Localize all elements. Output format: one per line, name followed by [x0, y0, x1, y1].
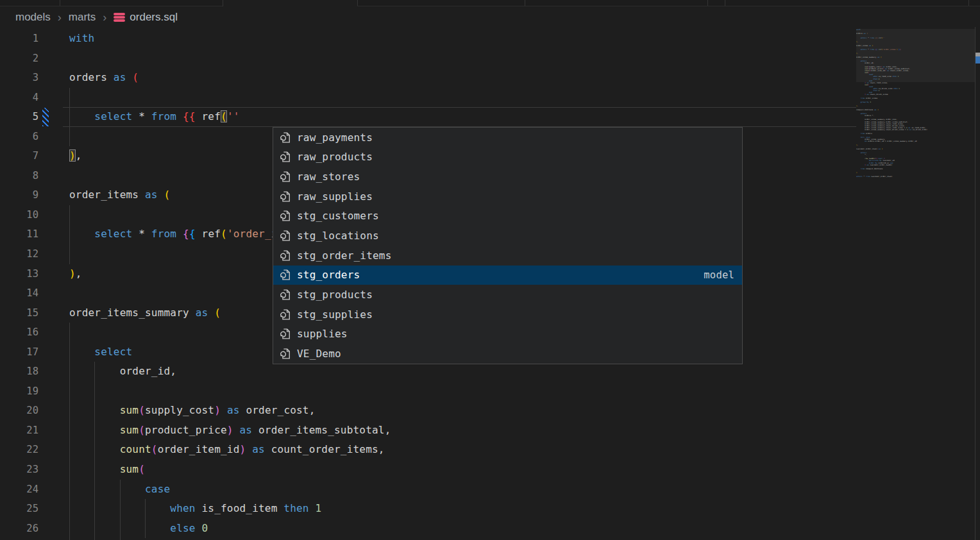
line-number[interactable]: 9	[0, 185, 38, 205]
code-line[interactable]: 5 select * from {{ ref(''	[0, 107, 856, 127]
line-number[interactable]: 14	[0, 283, 38, 303]
code-line[interactable]: 18 order_id,	[0, 362, 856, 382]
suggestion-item-VE_Demo[interactable]: VE_Demo	[273, 344, 742, 364]
suggestion-label: supplies	[297, 328, 348, 340]
code-text: sum(	[69, 460, 145, 480]
breadcrumb-item-models[interactable]: models	[15, 11, 51, 24]
overview-ruler[interactable]	[975, 27, 980, 540]
line-number[interactable]: 5	[0, 107, 38, 127]
suggestion-item-supplies[interactable]: supplies	[273, 325, 742, 344]
line-number[interactable]: 10	[0, 205, 38, 225]
suggestion-item-stg_order_items[interactable]: stg_order_items	[273, 246, 742, 266]
code-line[interactable]: 19	[0, 382, 856, 401]
indent-guide	[94, 382, 95, 401]
indent-guide	[69, 88, 70, 108]
line-number[interactable]: 11	[0, 224, 38, 244]
code-token: select	[94, 346, 132, 358]
suggestion-item-raw_products[interactable]: raw_products	[273, 148, 742, 167]
code-line[interactable]: 4	[0, 88, 856, 108]
suggestion-item-stg_locations[interactable]: stg_locations	[273, 226, 742, 246]
breadcrumb-item-file[interactable]: orders.sql	[114, 11, 178, 24]
code-text: order_id,	[69, 362, 176, 382]
suggestion-item-stg_customers[interactable]: stg_customers	[273, 207, 742, 226]
line-number[interactable]: 6	[0, 127, 38, 147]
code-token: ,	[76, 267, 82, 280]
line-number[interactable]: 19	[0, 382, 38, 401]
breadcrumb-item-marts[interactable]: marts	[69, 11, 96, 24]
code-token: )	[69, 149, 76, 162]
code-text: ),	[69, 264, 82, 284]
indent-guide	[69, 205, 70, 225]
line-number[interactable]: 17	[0, 342, 38, 362]
suggestion-item-raw_supplies[interactable]: raw_supplies	[273, 187, 742, 207]
reference-icon	[279, 269, 291, 281]
suggestion-item-raw_payments[interactable]: raw_payments	[273, 128, 742, 148]
line-number[interactable]: 2	[0, 49, 38, 69]
reference-icon	[279, 190, 291, 203]
suggestion-label: stg_orders	[297, 269, 360, 281]
code-line[interactable]: 20 sum(supply_cost) as order_cost,	[0, 401, 856, 421]
code-token: as	[114, 71, 126, 83]
line-number[interactable]: 16	[0, 323, 38, 342]
indent-guide	[69, 127, 70, 147]
tab-bar	[0, 0, 980, 6]
suggestion-item-stg_products[interactable]: stg_products	[273, 285, 742, 305]
code-line[interactable]: 23 sum(	[0, 460, 856, 480]
line-number[interactable]: 22	[0, 440, 38, 460]
code-line[interactable]: 3orders as (	[0, 68, 856, 88]
reference-icon	[279, 151, 291, 163]
code-token	[69, 483, 145, 495]
code-line[interactable]: 24 case	[0, 480, 856, 500]
line-number[interactable]: 20	[0, 401, 38, 421]
tabbar-bottom-border	[357, 6, 980, 6]
code-token: as	[252, 443, 265, 455]
gutter-modified-indicator[interactable]	[42, 108, 49, 126]
suggestion-label: stg_supplies	[297, 308, 373, 321]
code-line[interactable]: 1with	[0, 29, 856, 49]
code-token: (	[132, 71, 139, 83]
line-number[interactable]: 26	[0, 519, 38, 539]
minimap[interactable]: withorders as ( select * from {{ ref('')…	[856, 29, 976, 540]
code-token: as	[227, 404, 240, 416]
chevron-right-icon: ›	[103, 12, 106, 23]
tab-active[interactable]	[223, 0, 357, 6]
suggestion-label: stg_order_items	[297, 249, 392, 262]
code-line[interactable]: 21 sum(product_price) as order_items_sub…	[0, 421, 856, 441]
reference-icon	[279, 348, 291, 360]
suggestion-item-stg_supplies[interactable]: stg_supplies	[273, 305, 742, 325]
line-number[interactable]: 3	[0, 68, 38, 88]
code-token: count	[120, 443, 151, 455]
code-line[interactable]: 22 count(order_item_id) as count_order_i…	[0, 440, 856, 460]
code-token: select	[94, 110, 132, 122]
code-line[interactable]: 26 else 0	[0, 519, 856, 539]
code-text: else 0	[69, 519, 208, 539]
line-number[interactable]: 12	[0, 244, 38, 264]
line-number[interactable]: 15	[0, 303, 38, 323]
line-number[interactable]: 13	[0, 264, 38, 284]
line-number[interactable]: 18	[0, 362, 38, 382]
line-number[interactable]: 24	[0, 480, 38, 500]
line-number[interactable]: 8	[0, 166, 38, 186]
code-line[interactable]: 2	[0, 49, 856, 69]
code-token: (	[221, 110, 227, 122]
reference-icon	[279, 230, 291, 242]
suggestion-label: VE_Demo	[297, 348, 341, 360]
code-line[interactable]: 25 when is_food_item then 1	[0, 499, 856, 519]
reference-icon	[279, 308, 291, 321]
suggestion-item-stg_orders[interactable]: stg_ordersmodel	[273, 266, 742, 285]
code-token: sum	[120, 424, 139, 436]
suggestion-item-raw_stores[interactable]: raw_stores	[273, 167, 742, 187]
code-token: *	[132, 110, 151, 122]
code-token: case	[145, 483, 170, 495]
code-token: {	[183, 228, 189, 240]
reference-icon	[279, 131, 291, 144]
line-number[interactable]: 21	[0, 421, 38, 441]
line-number[interactable]: 1	[0, 29, 38, 49]
line-number[interactable]: 7	[0, 146, 38, 166]
line-number[interactable]: 4	[0, 88, 38, 108]
line-number[interactable]: 23	[0, 460, 38, 480]
line-number[interactable]: 25	[0, 499, 38, 519]
code-token	[69, 346, 94, 358]
code-token: as	[196, 307, 208, 319]
code-token	[69, 522, 170, 534]
